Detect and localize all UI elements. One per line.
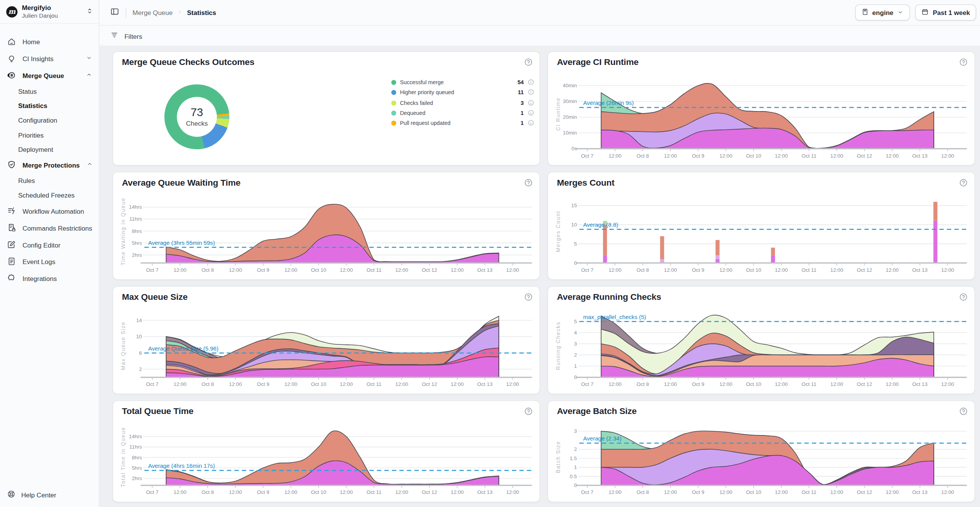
sidebar-toggle-icon[interactable] — [110, 7, 119, 18]
svg-text:Oct 7: Oct 7 — [581, 489, 593, 495]
help-icon[interactable] — [524, 58, 533, 70]
sidebar-item-config-editor[interactable]: Config Editor — [0, 236, 99, 253]
svg-text:12:00: 12:00 — [173, 381, 187, 387]
svg-text:Oct 9: Oct 9 — [257, 267, 269, 273]
info-icon[interactable] — [528, 108, 535, 119]
repository-select[interactable]: engine — [855, 4, 910, 20]
sidebar-item-merge-queue[interactable]: Merge Queue — [0, 67, 99, 84]
date-range-button[interactable]: Past 1 week — [915, 4, 977, 20]
card-title: Average CI Runtime — [557, 57, 638, 67]
breadcrumb-statistics: Statistics — [187, 9, 216, 17]
help-icon[interactable] — [959, 178, 968, 190]
help-icon[interactable] — [524, 293, 533, 304]
info-icon[interactable] — [528, 118, 535, 129]
batch-size-chart: 00.511.523Batch SizeOct 712:00Oct 812:00… — [554, 424, 968, 497]
svg-text:12:00: 12:00 — [830, 489, 843, 495]
breadcrumb-merge-queue[interactable]: Merge Queue — [133, 9, 173, 17]
svg-text:Oct 13: Oct 13 — [912, 381, 928, 387]
svg-text:12:00: 12:00 — [775, 489, 788, 495]
org-name: Mergifyio — [22, 4, 81, 12]
sidebar-item-label: Event Logs — [23, 258, 55, 265]
svg-text:Oct 9: Oct 9 — [257, 489, 269, 495]
average-label: max_parallel_checks (5) — [583, 314, 646, 320]
svg-text:Oct 11: Oct 11 — [802, 381, 817, 387]
svg-text:Oct 8: Oct 8 — [637, 381, 649, 387]
app: m Mergifyio Julien Danjou HomeCI Insight… — [0, 0, 980, 507]
sidebar-item-home[interactable]: Home — [0, 33, 99, 50]
legend-label: Pull request updated — [400, 120, 509, 126]
sidebar-item-rules[interactable]: Rules — [0, 173, 99, 188]
svg-text:Oct 11: Oct 11 — [367, 489, 382, 495]
queue-waiting-svg: 2hrs5hrs8hrs11hrs14hrsTime Waiting in Qu… — [119, 195, 533, 274]
svg-text:12:00: 12:00 — [506, 267, 519, 273]
sidebar-item-statistics[interactable]: Statistics — [0, 98, 99, 113]
svg-text:Oct 12: Oct 12 — [422, 381, 437, 387]
sidebar-item-configuration[interactable]: Configuration — [0, 113, 99, 127]
svg-text:12:00: 12:00 — [284, 489, 297, 495]
svg-text:12:00: 12:00 — [664, 489, 677, 495]
filters-label[interactable]: Filters — [124, 32, 142, 40]
legend-label: Higher priority queued — [400, 90, 509, 96]
bar-segment — [603, 255, 607, 263]
donut-total-label: Checks — [186, 119, 208, 127]
svg-text:Oct 11: Oct 11 — [802, 153, 817, 159]
legend-value: 1 — [513, 110, 524, 116]
sidebar-item-deployment[interactable]: Deployment — [0, 142, 99, 156]
legend-dot — [391, 121, 396, 126]
svg-text:12:00: 12:00 — [941, 153, 954, 159]
filters-bar: Filters — [99, 26, 980, 47]
sidebar: m Mergifyio Julien Danjou HomeCI Insight… — [0, 0, 99, 507]
help-center-link[interactable]: Help Center — [0, 489, 63, 501]
svg-text:Oct 9: Oct 9 — [692, 489, 704, 495]
svg-text:Oct 13: Oct 13 — [477, 381, 493, 387]
sidebar-item-integrations[interactable]: Integrations — [0, 270, 99, 287]
filters-icon[interactable] — [110, 30, 119, 42]
svg-text:Oct 7: Oct 7 — [146, 489, 158, 495]
sidebar-item-commands-restrictions[interactable]: Commands Restrictions — [0, 219, 99, 236]
info-icon[interactable] — [528, 77, 535, 88]
sidebar-item-label: Merge Protections — [23, 161, 80, 169]
sidebar-item-workflow-automation[interactable]: Workflow Automation — [0, 203, 99, 219]
unfold-icon[interactable] — [86, 6, 94, 17]
sidebar-item-scheduled-freezes[interactable]: Scheduled Freezes — [0, 188, 99, 203]
chevron-down-icon — [897, 8, 904, 17]
topbar-divider — [126, 8, 127, 17]
sidebar-item-merge-protections[interactable]: Merge Protections — [0, 156, 99, 173]
help-icon[interactable] — [524, 178, 533, 190]
sidebar-item-priorities[interactable]: Priorities — [0, 127, 99, 142]
help-icon[interactable] — [959, 407, 968, 419]
svg-text:12:00: 12:00 — [775, 267, 788, 273]
card-title: Average Batch Size — [557, 406, 637, 416]
help-icon[interactable] — [959, 293, 968, 304]
question-icon — [959, 293, 968, 302]
svg-text:15: 15 — [571, 203, 577, 208]
card-title: Merge Queue Checks Outcomes — [122, 57, 255, 67]
info-icon — [528, 89, 535, 96]
svg-text:12:00: 12:00 — [830, 267, 843, 273]
svg-text:12:00: 12:00 — [608, 267, 622, 273]
info-icon[interactable] — [528, 87, 535, 98]
legend-value: 54 — [513, 80, 524, 86]
svg-text:12:00: 12:00 — [173, 267, 187, 273]
info-icon[interactable] — [528, 97, 535, 108]
mergify-logo-icon: m — [6, 6, 17, 17]
svg-text:3: 3 — [574, 341, 577, 347]
org-switcher[interactable]: m Mergifyio Julien Danjou — [0, 0, 99, 24]
info-icon — [528, 120, 535, 126]
max-queue-size-chart: 261014Max Queue SizeOct 712:00Oct 812:00… — [119, 309, 533, 388]
svg-text:Batch Size: Batch Size — [555, 441, 561, 473]
batch-size-svg: 00.511.523Batch SizeOct 712:00Oct 812:00… — [554, 424, 968, 497]
svg-text:12:00: 12:00 — [830, 381, 843, 387]
sidebar-item-event-logs[interactable]: Event Logs — [0, 253, 99, 270]
average-label: Average (2.34) — [583, 435, 622, 442]
help-icon[interactable] — [959, 58, 968, 70]
sidebar-item-label: Config Editor — [23, 241, 61, 249]
sidebar-item-status[interactable]: Status — [0, 84, 99, 98]
average-label: Average (3hrs 55min 59s) — [148, 239, 215, 246]
svg-text:Running Checks: Running Checks — [555, 321, 561, 370]
help-icon[interactable] — [524, 407, 533, 419]
svg-text:Oct 10: Oct 10 — [746, 489, 761, 495]
sidebar-item-ci-insights[interactable]: CI Insights — [0, 50, 99, 67]
svg-text:12:00: 12:00 — [664, 267, 677, 273]
svg-text:Oct 7: Oct 7 — [146, 381, 158, 387]
